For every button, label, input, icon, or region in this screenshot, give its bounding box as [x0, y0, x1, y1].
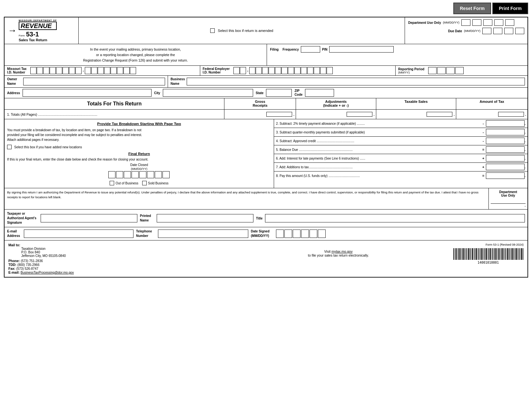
print-button[interactable]: Print Form: [492, 3, 528, 14]
mo-id-box-11[interactable]: [98, 67, 104, 74]
date-box-1[interactable]: [108, 171, 115, 178]
mo-id-box-2[interactable]: [37, 67, 43, 74]
due-date-input2[interactable]: [493, 28, 502, 34]
rp-box-4[interactable]: [455, 67, 464, 74]
svg-rect-48: [512, 248, 513, 260]
tdd-number: (800) 735-2966: [17, 263, 39, 267]
rp-box-3[interactable]: [446, 67, 455, 74]
dept-use-only-input[interactable]: [491, 197, 526, 204]
mo-id-box-1[interactable]: [30, 67, 36, 74]
mo-id-box-10[interactable]: [91, 67, 97, 74]
date-box-3[interactable]: [124, 171, 131, 178]
mo-id-box-5[interactable]: [56, 67, 62, 74]
due-date-input1[interactable]: [482, 28, 491, 34]
mo-id-box-3[interactable]: [43, 67, 49, 74]
printed-name-input[interactable]: [157, 214, 253, 222]
due-date-input3[interactable]: [504, 28, 513, 34]
date-box-7[interactable]: [155, 171, 162, 178]
ds-box-6[interactable]: [318, 230, 326, 238]
fed-id-box-3[interactable]: [249, 67, 255, 74]
svg-rect-24: [482, 248, 483, 260]
reset-button[interactable]: Reset Form: [453, 3, 491, 14]
svg-rect-42: [505, 248, 506, 260]
business-name-input[interactable]: [187, 78, 525, 85]
sold-business-checkbox[interactable]: [142, 181, 147, 185]
rp-row6-input[interactable]: [486, 155, 525, 161]
state-input[interactable]: [266, 89, 292, 97]
mo-id-box-6[interactable]: [63, 67, 69, 74]
ds-box-2[interactable]: [284, 230, 292, 238]
final-return-title: Final Return: [7, 152, 271, 156]
rp-row8-symbol: =: [481, 174, 486, 178]
fed-id-box-1[interactable]: [233, 67, 240, 74]
mo-id-box-7[interactable]: [69, 67, 75, 74]
fed-id-box-10[interactable]: [294, 67, 300, 74]
rp-row8-input[interactable]: [486, 172, 525, 179]
mo-id-box-16[interactable]: [130, 67, 136, 74]
rp-row5-input[interactable]: [486, 146, 525, 153]
amended-checkbox[interactable]: [210, 28, 215, 33]
ds-box-4[interactable]: [301, 230, 309, 238]
mo-id-box-4[interactable]: [50, 67, 56, 74]
dept-use-input4[interactable]: [494, 19, 503, 26]
pin-input[interactable]: [329, 46, 394, 53]
ds-box-1[interactable]: [276, 230, 284, 238]
address-input[interactable]: [23, 89, 152, 97]
ds-box-5[interactable]: [310, 230, 317, 238]
title-input[interactable]: [265, 214, 525, 222]
svg-rect-20: [478, 248, 478, 260]
row1-amount-input[interactable]: [498, 112, 524, 117]
tp-signature-input[interactable]: [41, 214, 137, 222]
rp-row4-input[interactable]: [486, 138, 525, 144]
mo-id-box-13[interactable]: [111, 67, 117, 74]
mo-id-box-8[interactable]: [75, 67, 82, 74]
fed-id-box-6[interactable]: [269, 67, 275, 74]
dept-use-input3[interactable]: [483, 19, 492, 26]
fed-id-box-2[interactable]: [240, 67, 246, 74]
row1-adj-input[interactable]: [347, 112, 372, 117]
website-link[interactable]: mytax.mo.gov: [331, 250, 352, 253]
rp-box-1[interactable]: [428, 67, 437, 74]
fed-id-box-4[interactable]: [256, 67, 262, 74]
filing-freq-input[interactable]: [301, 46, 320, 53]
city-input[interactable]: [163, 89, 253, 97]
date-box-5[interactable]: [139, 171, 146, 178]
rp-row2-input[interactable]: [486, 120, 525, 127]
th-adj: Adjustments (Indicate + or -): [296, 98, 376, 109]
mo-id-box-12[interactable]: [104, 67, 110, 74]
fed-id-box-13[interactable]: [314, 67, 320, 74]
date-box-8[interactable]: [163, 171, 170, 178]
row1-taxable-input[interactable]: [427, 112, 452, 117]
mo-id-box-15[interactable]: [123, 67, 130, 74]
fed-id-box-8[interactable]: [281, 67, 288, 74]
date-closed-label: Date Closed: [130, 163, 148, 167]
rp-row-2: 2. Subtract: 2% timely payment allowance…: [274, 119, 527, 128]
fed-id-box-15[interactable]: [327, 67, 333, 74]
dept-use-input1[interactable]: [461, 19, 470, 26]
out-of-business-checkbox[interactable]: [110, 181, 114, 185]
fed-id-box-12[interactable]: [307, 67, 313, 74]
fed-id-box-7[interactable]: [275, 67, 281, 74]
new-locations-checkbox[interactable]: [7, 145, 12, 149]
date-box-6[interactable]: [147, 171, 154, 178]
owner-name-input[interactable]: [23, 78, 165, 85]
fed-id-box-14[interactable]: [320, 67, 326, 74]
fed-id-box-9[interactable]: [288, 67, 294, 74]
dept-use-input5[interactable]: [505, 19, 514, 26]
fed-id-box-5[interactable]: [262, 67, 268, 74]
date-box-2[interactable]: [116, 171, 123, 178]
email-input[interactable]: [24, 230, 133, 238]
mo-id-box-14[interactable]: [117, 67, 123, 74]
due-date-input4[interactable]: [515, 28, 524, 34]
row1-gross-input[interactable]: [266, 112, 292, 117]
date-box-4[interactable]: [132, 171, 139, 178]
fed-id-box-11[interactable]: [301, 67, 307, 74]
rp-row3-input[interactable]: [486, 129, 525, 135]
rp-row7-input[interactable]: [486, 164, 525, 170]
telephone-input[interactable]: [158, 230, 248, 238]
mo-id-box-9[interactable]: [85, 67, 91, 74]
zip-input[interactable]: [305, 89, 334, 97]
ds-box-3[interactable]: [293, 230, 300, 238]
dept-use-input2[interactable]: [472, 19, 481, 26]
rp-box-2[interactable]: [437, 67, 446, 74]
